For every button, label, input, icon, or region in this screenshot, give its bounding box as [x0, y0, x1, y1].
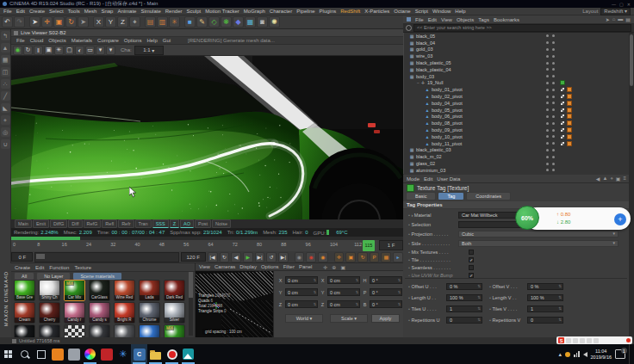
uv-field[interactable]: 100 %⇅ — [527, 294, 563, 301]
menu-tools[interactable]: Tools — [68, 9, 80, 14]
aov-tab-diff[interactable]: Diff — [68, 219, 82, 228]
visibility-dots[interactable] — [546, 48, 555, 51]
material-swatch[interactable]: Carbon — [39, 324, 60, 337]
visibility-dots[interactable] — [546, 89, 555, 91]
menu-redshift[interactable]: RedShift — [340, 9, 360, 14]
aov-tab-ao[interactable]: AO — [180, 219, 194, 228]
spinner-icon[interactable]: ⇅ — [398, 302, 401, 306]
workplane-mode-icon[interactable]: ◫ — [1, 67, 10, 77]
render-settings-icon[interactable]: ✳ — [169, 16, 180, 28]
coord-apply-button[interactable]: Apply — [371, 314, 400, 323]
visibility-dots[interactable] — [546, 55, 555, 58]
menu-mograph[interactable]: MoGraph — [244, 9, 265, 14]
visibility-dot-render[interactable] — [552, 122, 555, 125]
aov-tab-post[interactable]: Post — [195, 219, 211, 228]
selection-tag-icon[interactable] — [567, 134, 572, 139]
texture-tag-icon[interactable] — [560, 80, 565, 85]
add-floor-icon[interactable]: ▦ — [245, 16, 256, 28]
edges-mode-icon[interactable]: ╱ — [1, 91, 10, 101]
menu-select[interactable]: Select — [49, 9, 64, 14]
visibility-dot-editor[interactable] — [546, 34, 549, 37]
material-swatch[interactable]: Base Gre — [14, 280, 35, 301]
om-menu-view[interactable]: View — [441, 17, 452, 22]
timeline-slider[interactable] — [34, 252, 178, 262]
spinner-icon[interactable]: ⇅ — [356, 290, 359, 294]
visibility-dots[interactable] — [546, 41, 555, 44]
rv-menu-options[interactable]: Options — [124, 38, 142, 43]
end-frame-field[interactable]: 120 F — [181, 252, 206, 262]
pv-menu-filter[interactable]: Filter — [283, 264, 295, 269]
menu-x-particles[interactable]: X-Particles — [364, 9, 389, 14]
attribute-tab-basic[interactable]: Basic — [406, 192, 436, 201]
rv-menu-gui[interactable]: Gui — [163, 38, 171, 43]
aov-tab-diffg[interactable]: DiffG — [50, 219, 67, 228]
object-row[interactable]: ▲body_08_pivot — [403, 120, 629, 126]
volume-icon[interactable] — [583, 352, 587, 357]
aov-tab-refr[interactable]: Refr — [118, 219, 134, 228]
visibility-dot-editor[interactable] — [546, 129, 549, 132]
aov-tab-sss[interactable]: SSS — [152, 219, 169, 228]
spinner-icon[interactable]: ⇅ — [356, 302, 359, 306]
aov-tab-refg[interactable]: RefG — [84, 219, 102, 228]
menu-window[interactable]: Window — [432, 9, 451, 14]
uvw-tag-icon[interactable] — [560, 87, 565, 92]
am-target-icon[interactable]: ⌖ — [610, 176, 612, 182]
visibility-dot-render[interactable] — [552, 129, 555, 132]
checkbox[interactable] — [469, 265, 474, 270]
record-icon[interactable]: ◉ — [295, 252, 305, 262]
play-icon[interactable]: ▶ — [243, 252, 253, 262]
goto-end-icon[interactable]: ▶| — [278, 252, 289, 262]
visibility-dot-render[interactable] — [552, 75, 555, 77]
aov-tab-noise[interactable]: Noise — [212, 219, 231, 228]
visibility-dots[interactable] — [546, 62, 555, 65]
perspective-viewport[interactable]: Triangles 1984070Quads 6Total 2984098Tri… — [196, 271, 274, 337]
coord-world-dropdown[interactable]: World ▾ — [285, 314, 323, 323]
object-row[interactable]: ▦aluminium_03 — [403, 167, 629, 174]
object-row[interactable]: ▲body_06_pivot — [403, 114, 629, 120]
visibility-dot-render[interactable] — [552, 108, 555, 111]
show-desktop-button[interactable] — [629, 344, 632, 364]
taskbar-snowflake-icon[interactable]: ✳ — [115, 344, 131, 364]
renderview-titlebar[interactable]: Live Viewer S02-B2 — [11, 29, 403, 37]
object-row[interactable]: ▦black_plastic_04 — [403, 66, 629, 73]
visibility-dot-editor[interactable] — [546, 82, 549, 84]
spinner-icon[interactable]: ⇅ — [558, 284, 563, 288]
widget-percent-badge[interactable]: 60% — [515, 206, 539, 230]
menu-simulate[interactable]: Simulate — [140, 9, 160, 14]
visibility-dot-render[interactable] — [552, 82, 555, 84]
visibility-dot-render[interactable] — [552, 149, 555, 151]
pv-menu-cameras[interactable]: Cameras — [214, 264, 235, 269]
ime-mode-icon[interactable] — [566, 338, 571, 343]
widget-add-button[interactable]: + — [614, 213, 626, 225]
menu-create[interactable]: Create — [29, 9, 45, 14]
select-tool-icon[interactable]: ➤ — [29, 16, 40, 28]
network-icon[interactable] — [574, 351, 580, 357]
render-to-picture-icon[interactable]: ▥ — [157, 16, 168, 28]
viewport-solo-icon[interactable]: ◎ — [1, 127, 10, 137]
aov-tab-refl[interactable]: Refl — [102, 219, 117, 228]
visibility-dot-render[interactable] — [552, 55, 555, 58]
taskbar-photos-icon[interactable] — [180, 344, 196, 364]
material-swatch[interactable]: Candy r — [64, 302, 85, 324]
rv-menu-compare[interactable]: Compare — [97, 38, 119, 43]
checkbox[interactable] — [469, 250, 474, 255]
visibility-dots[interactable] — [546, 34, 555, 37]
mat-menu-create[interactable]: Create — [15, 265, 30, 270]
network-speed-widget[interactable]: ↑ 0.80 ↓ 2.80 + 60% — [515, 206, 632, 231]
visibility-dots[interactable] — [546, 96, 555, 98]
visibility-dot-editor[interactable] — [546, 142, 549, 145]
points-mode-icon[interactable]: ∴ — [1, 79, 10, 89]
loop-icon[interactable]: ↺ — [266, 252, 277, 262]
pv-tool-icon-2[interactable]: ▣ — [340, 264, 345, 270]
object-row[interactable]: ▦black_04 — [403, 40, 629, 46]
visibility-dot-editor[interactable] — [546, 163, 549, 165]
visibility-dots[interactable] — [546, 163, 555, 165]
am-menu-icon[interactable]: ≡ — [623, 176, 626, 182]
timeline-playhead[interactable]: 115 — [363, 240, 375, 251]
rs-pin-a-icon[interactable]: ▾ — [96, 46, 105, 55]
add-deformer-icon[interactable]: ◆ — [233, 16, 244, 28]
material-swatch[interactable]: Shiny Ch — [39, 280, 60, 301]
uv-field[interactable]: 100 %⇅ — [446, 294, 482, 301]
visibility-dot-editor[interactable] — [546, 115, 549, 118]
coordinate-system-icon[interactable]: ⌖ — [129, 16, 140, 28]
